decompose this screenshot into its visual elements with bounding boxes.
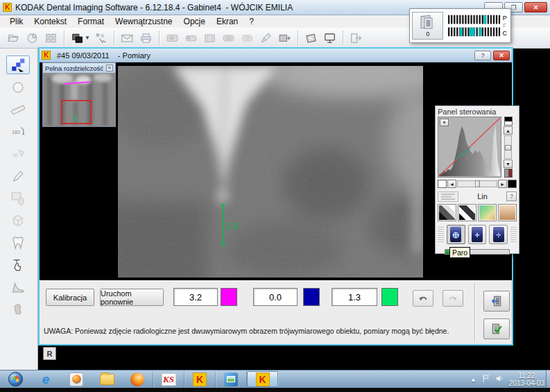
ruler-tool-button[interactable] (6, 100, 30, 119)
cd-button[interactable]: CD (219, 29, 238, 47)
door-accept-button[interactable] (483, 318, 510, 339)
image-mouse-button[interactable] (6, 189, 30, 207)
speaker-icon[interactable] (495, 374, 504, 384)
menu-item-?[interactable]: ? (243, 17, 259, 26)
camera-button[interactable] (182, 29, 200, 47)
doc-help-button[interactable]: ? (474, 51, 491, 60)
measurement-value-1[interactable]: 0.0 (253, 288, 298, 306)
level-track[interactable] (504, 135, 512, 159)
slider-thumb[interactable] (475, 180, 480, 187)
kodak-active-button[interactable]: K (247, 371, 278, 387)
lut-steps-icon[interactable] (458, 204, 476, 221)
xray-image[interactable]: 1.3 (118, 66, 423, 278)
density-tool-button[interactable] (6, 300, 30, 318)
slider-track[interactable] (457, 180, 497, 187)
email-button[interactable] (118, 29, 137, 47)
print-button[interactable] (137, 29, 155, 47)
histogram[interactable]: ▼ (438, 117, 501, 178)
tooth-chart[interactable] (446, 12, 502, 39)
measurement-color-1[interactable] (303, 288, 320, 306)
level-up-button[interactable]: ▲ (504, 126, 513, 135)
image-gallery-button[interactable] (42, 29, 60, 47)
action-center-flag-icon[interactable] (481, 374, 490, 384)
measure-tool-button[interactable] (6, 56, 30, 74)
video-frame-button[interactable] (200, 29, 219, 47)
image-export-button[interactable] (275, 29, 294, 47)
lut-sepia-icon[interactable] (498, 204, 517, 221)
rotate-180-button[interactable]: 180 (6, 122, 30, 141)
measurement-value-0[interactable]: 3.2 (173, 288, 218, 306)
internet-explorer-button[interactable]: e (31, 371, 61, 388)
ks-icon: KS (162, 372, 176, 386)
doc-close-button[interactable]: ✕ (493, 51, 510, 60)
show-desktop-button[interactable] (546, 370, 550, 388)
patient-browser-button[interactable] (23, 29, 42, 47)
tooth-tool-button[interactable] (6, 233, 30, 252)
ks-button[interactable]: KS (153, 371, 184, 388)
cr-button[interactable]: CR (238, 29, 257, 47)
calibration-button[interactable]: Kalibracja (46, 289, 94, 306)
media-player-button[interactable] (61, 371, 92, 388)
slider-right-button[interactable]: ► (498, 180, 507, 188)
marker-c[interactable]: C (503, 30, 508, 37)
undo-button[interactable] (413, 290, 433, 307)
ellipse-tool-button[interactable] (6, 78, 30, 96)
door-exit-button[interactable] (483, 291, 510, 312)
window-layout-button[interactable] (68, 29, 87, 47)
lut-bw-icon[interactable] (438, 204, 456, 221)
redo-button[interactable] (442, 290, 463, 307)
level-thumb[interactable] (505, 145, 511, 151)
screen-button[interactable] (320, 29, 339, 47)
annotate-tool-button[interactable] (6, 167, 30, 185)
rotate-view-button[interactable] (302, 29, 320, 47)
image-gallery-icon (44, 32, 58, 44)
pan-tool-button[interactable] (6, 255, 30, 274)
taskbar-clock[interactable]: 11:222013-04-03 (509, 372, 544, 387)
doc-titlebar[interactable]: K #45 09/03/2011 - Pomiary ? ✕ (40, 49, 512, 62)
measurement-color-0[interactable] (221, 288, 237, 306)
contrast-plus-button[interactable]: + (468, 225, 487, 244)
rotate-90-button[interactable]: 90 (6, 144, 30, 163)
menu-item-kontekst[interactable]: Kontekst (28, 17, 72, 26)
sensor-button[interactable] (163, 29, 182, 47)
menu-item-format[interactable]: Format (72, 17, 110, 26)
rerun-button[interactable]: Uruchom ponownie (100, 289, 164, 306)
overview-thumbnail[interactable] (43, 73, 115, 126)
angle-tool-button[interactable] (6, 278, 30, 296)
menu-item-opcje[interactable]: Opcje (178, 17, 211, 26)
overview-titlebar[interactable]: Pełna rozdzielczość ✕ (43, 63, 115, 73)
measurement-value-2[interactable]: 1.3 (332, 288, 377, 306)
volume-tool-button[interactable] (6, 211, 30, 230)
exit-button[interactable] (347, 29, 366, 47)
open-folder-button[interactable] (4, 29, 23, 47)
start-orb-button[interactable] (0, 371, 31, 388)
histogram-dropdown-icon[interactable]: ▼ (440, 119, 449, 126)
acquire-button[interactable] (92, 29, 110, 47)
film-counter-button[interactable]: 0 (412, 12, 443, 40)
equalize-button[interactable] (438, 191, 458, 202)
orientation-marker[interactable]: R (43, 347, 56, 360)
menu-item-plik[interactable]: Plik (4, 17, 28, 26)
dropdown-caret-icon[interactable]: ▼ (85, 35, 90, 41)
contrast-split-button[interactable]: ÷ (489, 225, 508, 244)
menu-item-wewntrzustne[interactable]: Wewnątrzustne (110, 17, 178, 26)
marker-f[interactable]: F (503, 22, 507, 30)
close-button[interactable]: ✕ (524, 2, 547, 12)
kodak-button[interactable]: K (184, 371, 216, 388)
video-frame-icon (203, 32, 216, 44)
marker-p[interactable]: P (503, 15, 507, 22)
lut-rainbow-icon[interactable] (478, 204, 497, 221)
firefox-button[interactable] (122, 371, 153, 388)
photo-viewer-button[interactable] (216, 371, 247, 388)
measurement-color-2[interactable] (381, 288, 398, 306)
overview-close-icon[interactable]: ✕ (106, 65, 113, 71)
menu-item-ekran[interactable]: Ekran (211, 17, 243, 26)
measure-tool-icon (11, 58, 25, 72)
paro-filter-button[interactable]: ⊕ (447, 225, 465, 244)
draw-button[interactable] (257, 29, 275, 47)
explorer-folder-button[interactable] (92, 371, 122, 388)
slider-left-button[interactable]: ◄ (447, 180, 456, 188)
panel-help-button[interactable]: ? (506, 191, 517, 201)
tray-expand-icon[interactable]: ▲ (470, 376, 476, 383)
level-down-button[interactable]: ▼ (504, 160, 513, 168)
